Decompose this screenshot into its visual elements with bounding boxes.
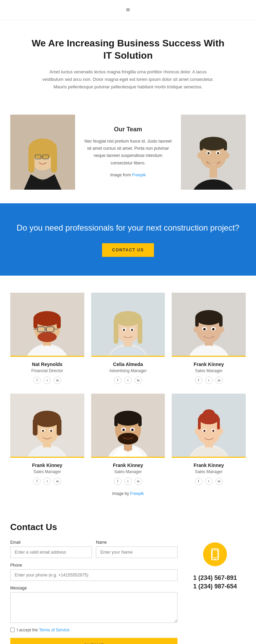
team-section: Our Team Nec feugiat nisl pretium fusce … bbox=[10, 115, 246, 190]
facebook-icon-3[interactable]: f bbox=[33, 478, 41, 485]
staff-card-0: Nat Reynolds Financial Director f t in bbox=[10, 293, 84, 387]
staff-name-2: Frank Kinney bbox=[174, 362, 243, 367]
terms-checkbox[interactable] bbox=[10, 628, 15, 632]
staff-social-3: f t in bbox=[13, 478, 82, 485]
svg-rect-103 bbox=[212, 549, 218, 560]
hero-title: We Are Increasing Business Success With … bbox=[27, 37, 229, 62]
instagram-icon-1[interactable]: in bbox=[134, 377, 142, 384]
svg-rect-55 bbox=[195, 317, 199, 327]
contact-right: 1 (234) 567-891 1 (234) 987-654 bbox=[184, 522, 246, 644]
svg-rect-81 bbox=[114, 418, 118, 426]
staff-info-0: Nat Reynolds Financial Director f t in bbox=[10, 356, 84, 387]
staff-info-4: Frank Kinney Sales Manager f t in bbox=[91, 457, 165, 488]
terms-link[interactable]: Terms of Service bbox=[39, 628, 69, 632]
svg-point-73 bbox=[42, 430, 44, 432]
team-photo-female bbox=[10, 115, 75, 190]
svg-point-100 bbox=[203, 430, 205, 432]
staff-grid-row2: Frank Kinney Sales Manager f t in bbox=[10, 394, 246, 488]
freepik-link-2[interactable]: Freepik bbox=[130, 491, 144, 496]
facebook-icon-2[interactable]: f bbox=[195, 377, 202, 384]
staff-social-2: f t in bbox=[174, 377, 243, 384]
svg-point-105 bbox=[215, 558, 216, 559]
twitter-icon-2[interactable]: t bbox=[205, 377, 213, 384]
contact-title: Contact Us bbox=[10, 522, 177, 532]
phone-numbers: 1 (234) 567-891 1 (234) 987-654 bbox=[193, 574, 237, 591]
staff-card-3: Frank Kinney Sales Manager f t in bbox=[10, 394, 84, 488]
name-input[interactable] bbox=[96, 546, 177, 558]
svg-rect-70 bbox=[57, 419, 61, 436]
twitter-icon-5[interactable]: t bbox=[205, 478, 213, 485]
submit-button[interactable]: SUBMIT bbox=[10, 638, 177, 644]
svg-rect-4 bbox=[28, 149, 34, 173]
svg-point-58 bbox=[219, 326, 224, 333]
hero-description: Amet luctus venenatis lectus magna fring… bbox=[39, 68, 217, 91]
svg-point-86 bbox=[122, 428, 125, 431]
svg-point-74 bbox=[50, 430, 52, 432]
facebook-icon-1[interactable]: f bbox=[114, 377, 122, 384]
staff-name-1: Celia Almeda bbox=[94, 362, 162, 367]
form-group-email: Email bbox=[10, 540, 92, 558]
svg-rect-69 bbox=[33, 419, 38, 436]
staff-photo-5 bbox=[172, 394, 246, 457]
svg-rect-43 bbox=[114, 318, 118, 344]
svg-rect-16 bbox=[200, 142, 203, 150]
staff-title-3: Sales Manager bbox=[13, 469, 82, 474]
staff-photo-4 bbox=[91, 394, 165, 457]
contact-us-button[interactable]: CONTACT US bbox=[102, 243, 154, 257]
svg-point-62 bbox=[212, 328, 214, 330]
svg-point-57 bbox=[194, 326, 198, 333]
twitter-icon-4[interactable]: t bbox=[124, 478, 132, 485]
staff-photo-3 bbox=[10, 394, 84, 457]
image-by-row: Image by Freepik bbox=[10, 488, 246, 498]
email-input[interactable] bbox=[10, 546, 92, 558]
hero-section: We Are Increasing Business Success With … bbox=[0, 20, 256, 104]
team-center: Our Team Nec feugiat nisl pretium fusce … bbox=[75, 115, 181, 190]
facebook-icon-0[interactable]: f bbox=[33, 377, 41, 384]
instagram-icon-4[interactable]: in bbox=[134, 478, 142, 485]
staff-card-4: Frank Kinney Sales Manager f t in bbox=[91, 394, 165, 488]
form-row-email-name: Email Name bbox=[10, 540, 177, 558]
svg-point-54 bbox=[195, 310, 223, 325]
svg-point-96 bbox=[195, 428, 199, 434]
name-label: Name bbox=[96, 540, 177, 545]
staff-info-3: Frank Kinney Sales Manager f t in bbox=[10, 457, 84, 488]
svg-point-48 bbox=[131, 329, 133, 331]
navbar: ≡ bbox=[0, 0, 256, 20]
staff-photo-2 bbox=[172, 293, 246, 356]
svg-rect-30 bbox=[57, 318, 61, 328]
team-photo-male bbox=[181, 115, 246, 190]
facebook-icon-5[interactable]: f bbox=[195, 478, 202, 485]
facebook-icon-4[interactable]: f bbox=[114, 478, 122, 485]
phone-input[interactable] bbox=[10, 569, 177, 581]
staff-social-0: f t in bbox=[13, 377, 82, 384]
phone-icon-circle bbox=[203, 542, 227, 566]
phone-label: Phone bbox=[10, 563, 177, 568]
staff-section: Nat Reynolds Financial Director f t in bbox=[0, 276, 256, 505]
svg-rect-29 bbox=[33, 318, 38, 328]
instagram-icon-2[interactable]: in bbox=[215, 377, 223, 384]
staff-info-2: Frank Kinney Sales Manager f t in bbox=[172, 356, 246, 387]
contact-form: Contact Us Email Name Phone Message I ac… bbox=[10, 522, 177, 644]
terms-row: I accept the Terms of Service bbox=[10, 628, 177, 632]
freepik-link[interactable]: Freepik bbox=[132, 173, 146, 177]
instagram-icon-0[interactable]: in bbox=[54, 377, 61, 384]
staff-title-0: Financial Director bbox=[13, 368, 82, 373]
menu-icon[interactable]: ≡ bbox=[126, 5, 130, 14]
twitter-icon-1[interactable]: t bbox=[124, 377, 132, 384]
svg-rect-104 bbox=[212, 550, 218, 558]
phone-icon bbox=[209, 548, 221, 560]
phone-number-1: 1 (234) 567-891 bbox=[193, 574, 237, 582]
svg-rect-56 bbox=[219, 317, 223, 327]
twitter-icon-3[interactable]: t bbox=[43, 478, 51, 485]
instagram-icon-3[interactable]: in bbox=[54, 478, 61, 485]
twitter-icon-0[interactable]: t bbox=[43, 377, 51, 384]
staff-social-1: f t in bbox=[94, 377, 162, 384]
svg-point-22 bbox=[208, 152, 210, 154]
staff-title-2: Sales Manager bbox=[174, 368, 243, 373]
instagram-icon-5[interactable]: in bbox=[215, 478, 223, 485]
message-textarea[interactable] bbox=[10, 592, 177, 623]
svg-point-18 bbox=[197, 152, 202, 159]
image-by-text: Image by Freepik bbox=[112, 491, 144, 496]
staff-card-1: Celia Almeda Advertising Manager f t in bbox=[91, 293, 165, 387]
svg-point-80 bbox=[114, 411, 142, 426]
